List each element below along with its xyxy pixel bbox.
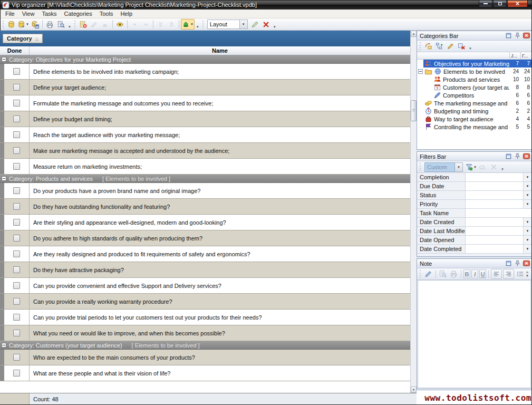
collapse-icon[interactable] (2, 176, 6, 181)
category-tree-label[interactable]: Way to target audience (434, 116, 509, 122)
filter-value[interactable] (466, 227, 523, 235)
toolbar-grip[interactable] (420, 163, 421, 171)
category-tree-label[interactable]: Products and services (443, 76, 509, 83)
underline-button[interactable]: U (479, 269, 486, 278)
more-buttons-chevron[interactable]: »▼ (526, 271, 530, 277)
task-name[interactable]: Do they have outstanding functionality a… (30, 199, 410, 214)
note-close-button[interactable] (523, 260, 530, 267)
move-top-button[interactable] (166, 19, 177, 30)
task-row[interactable]: Formulate the marketing message and outc… (0, 95, 410, 111)
column-header-done[interactable]: Done (0, 46, 30, 55)
category-header[interactable]: Category: Customers (your target audienc… (0, 341, 410, 350)
category-tree-item[interactable]: Products and services1010 (417, 75, 531, 83)
task-row[interactable]: What you need or would like to improve, … (0, 325, 410, 341)
filter-value[interactable] (466, 173, 523, 181)
task-checkbox[interactable] (13, 235, 20, 242)
filter-value[interactable] (466, 209, 531, 217)
task-name[interactable]: Do you adhere to high standards of quali… (30, 230, 410, 246)
chevron-down-icon[interactable]: ▼ (240, 20, 248, 29)
task-name[interactable]: Can you provide a really working warrant… (30, 294, 410, 309)
task-row[interactable]: Who are expected to be the main consumer… (0, 350, 410, 365)
delete-layout-button[interactable] (260, 19, 272, 30)
menu-tasks[interactable]: Tasks (38, 10, 60, 17)
menu-view[interactable]: View (18, 10, 38, 17)
filter-dropdown-button[interactable]: ▼ (523, 218, 531, 226)
toolbar-grip[interactable] (74, 21, 76, 28)
delete-category-button[interactable] (456, 41, 467, 51)
task-name[interactable]: Define your budget and timing; (30, 111, 410, 127)
task-name[interactable]: What you need or would like to improve, … (30, 325, 410, 341)
scroll-up-button[interactable]: ▲ (411, 31, 417, 37)
move-bottom-button[interactable] (155, 19, 166, 30)
menu-tools[interactable]: Tools (96, 10, 117, 17)
filters-pin-button[interactable] (514, 153, 521, 160)
delete-filter-button[interactable] (488, 162, 499, 172)
vertical-scrollbar[interactable]: ▲ ▼ (410, 31, 417, 393)
task-row[interactable]: Define your target audience; (0, 80, 410, 95)
task-row[interactable]: Reach the target audience with your mark… (0, 127, 410, 143)
task-name[interactable]: Who are expected to be the main consumer… (30, 350, 410, 365)
task-row[interactable]: Do they have attractive packaging? (0, 262, 410, 278)
task-name[interactable]: Measure return on marketing investments; (30, 159, 410, 174)
task-checkbox[interactable] (13, 266, 20, 273)
task-row[interactable]: Can you provide trial periods to let you… (0, 310, 410, 325)
task-row[interactable]: Define your budget and timing; (0, 111, 410, 127)
chevron-down-icon[interactable]: ▼ (473, 166, 477, 169)
menu-categories[interactable]: Categories (61, 10, 96, 17)
task-checkbox[interactable] (13, 100, 20, 107)
filters-maximize-button[interactable] (505, 153, 512, 160)
task-checkbox[interactable] (13, 203, 20, 210)
task-checkbox[interactable] (13, 298, 20, 305)
collapse-icon[interactable] (418, 69, 423, 74)
task-name[interactable]: Can you provide trial periods to let you… (30, 310, 410, 325)
column-header-name[interactable]: Name (30, 46, 410, 55)
category-tree-label[interactable]: Budgeting and timing (434, 108, 509, 114)
move-down-button[interactable] (129, 19, 140, 30)
categories-maximize-button[interactable] (505, 32, 512, 40)
toolbar-grip[interactable] (420, 270, 421, 278)
category-tree-label[interactable]: The marketing message and outcomes (434, 100, 509, 107)
clear-filter-button[interactable] (477, 162, 488, 172)
menu-help[interactable]: Help (117, 10, 136, 17)
chevron-down-icon[interactable]: ▼ (455, 162, 463, 172)
task-name[interactable]: Do your products have a proven brand nam… (30, 183, 410, 198)
task-checkbox[interactable] (13, 354, 20, 361)
task-row[interactable]: Do they have outstanding functionality a… (0, 199, 410, 215)
category-header[interactable]: Category: Products and services[ Element… (0, 175, 410, 183)
filter-dropdown-button[interactable]: ▼ (523, 200, 531, 208)
filters-bar-header[interactable]: Filters Bar (417, 152, 531, 161)
toolbar-grip[interactable] (202, 21, 204, 28)
minimize-button[interactable] (479, 0, 492, 7)
task-row[interactable]: Can you provide convenient and effective… (0, 278, 410, 294)
task-row[interactable]: Are they really designed and produced to… (0, 246, 410, 262)
align-left-button[interactable] (491, 269, 502, 279)
task-name[interactable]: Are their styling and appearance well-de… (30, 215, 410, 230)
note-header[interactable]: Note (417, 259, 531, 268)
collapse-icon[interactable] (2, 343, 6, 348)
filter-dropdown-button[interactable]: ▼ (523, 173, 531, 181)
task-checkbox[interactable] (13, 115, 20, 122)
preview-note-button[interactable] (437, 269, 448, 279)
toolbar-overflow-button[interactable]: ▼ (501, 168, 504, 172)
toolbar-overflow-button[interactable]: ▼ (68, 25, 71, 30)
filter-dropdown-button[interactable]: ▼ (523, 182, 531, 190)
task-checkbox[interactable] (13, 282, 20, 289)
tree-column-1[interactable]: J... (509, 52, 520, 59)
task-checkbox[interactable] (13, 84, 20, 91)
scroll-down-button[interactable]: ▼ (411, 387, 417, 393)
note-maximize-button[interactable] (505, 260, 512, 267)
task-row[interactable]: Make sure marketing message is accepted … (0, 143, 410, 159)
categories-bar-header[interactable]: Categories Bar (417, 31, 531, 41)
scrollbar-thumb[interactable] (411, 100, 417, 121)
collapse-icon[interactable] (2, 57, 6, 62)
hide-completed-button[interactable] (114, 19, 125, 30)
customize-layout-button[interactable] (249, 19, 260, 30)
filter-value[interactable] (466, 182, 523, 190)
filter-dropdown-button[interactable]: ▼ (523, 227, 531, 235)
new-database-button[interactable] (6, 19, 17, 30)
task-row[interactable]: Do you adhere to high standards of quali… (0, 230, 410, 246)
filter-value[interactable] (466, 245, 523, 253)
new-category-button[interactable] (423, 41, 434, 51)
task-checkbox[interactable] (13, 219, 20, 226)
note-pin-button[interactable] (514, 260, 521, 267)
